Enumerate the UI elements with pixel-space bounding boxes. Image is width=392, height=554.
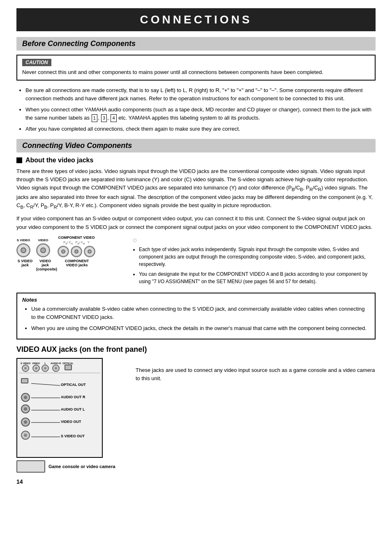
panel-optical-icon: OPTICAL bbox=[62, 362, 73, 372]
game-console-label: Game console or video camera bbox=[48, 464, 115, 469]
notes-label: Notes bbox=[22, 297, 370, 303]
jack-diagram-right: ☼︎ Each type of video jack works indepen… bbox=[131, 235, 376, 288]
front-panel-diagram: S VIDEO VIDEO L AUDIO R OPTICAL bbox=[16, 358, 127, 473]
svg-line-0 bbox=[31, 383, 60, 385]
audio-out-l-label: AUDIO OUT L bbox=[61, 407, 85, 411]
svideo-out-connector bbox=[21, 431, 30, 440]
panel-l-icon: L bbox=[42, 362, 49, 372]
bullet-item: After you have completed all connections… bbox=[25, 125, 376, 133]
subsection1-body2: If your video component has an S-video o… bbox=[16, 215, 376, 231]
bullet-item: Be sure all connections are made correct… bbox=[25, 86, 376, 103]
section2-title: Connecting Video Components bbox=[22, 141, 370, 150]
note-item-2: When you are using the COMPONENT VIDEO j… bbox=[31, 324, 370, 332]
front-panel-text: These jacks are used to connect any vide… bbox=[136, 358, 376, 473]
section1-bullets: Be sure all connections are made correct… bbox=[25, 86, 376, 134]
component-top-label: COMPONENT VIDEO bbox=[58, 235, 95, 240]
bullet-item: When you connect other YAMAHA audio comp… bbox=[25, 106, 376, 122]
subsection1-body1: There are three types of video jacks. Vi… bbox=[16, 167, 376, 210]
section1-header: Before Connecting Components bbox=[16, 37, 376, 51]
subsection2-heading: VIDEO AUX jacks (on the front panel) bbox=[16, 345, 376, 354]
video-jack-icon: VIDEO bbox=[36, 238, 50, 257]
jack-diagram-left: S VIDEO VIDEO COMPONENT VIDEO PB/ CN PB/… bbox=[16, 235, 123, 288]
square-icon bbox=[16, 157, 22, 163]
caution-text: Never connect this unit and other compon… bbox=[22, 68, 370, 76]
right-bullet-2: You can designate the input for the COMP… bbox=[139, 270, 376, 285]
component-jack-icon: COMPONENT VIDEO PB/ CN PB/ CB Y bbox=[58, 235, 95, 258]
comp-circle1 bbox=[58, 246, 69, 257]
video-circle bbox=[36, 243, 50, 257]
optical-out-label: OPTICAL OUT bbox=[61, 383, 86, 387]
caution-label: CAUTION bbox=[22, 59, 51, 66]
subsection2-body: These jacks are used to connect any vide… bbox=[136, 366, 376, 383]
audio-l-connector bbox=[21, 404, 30, 413]
right-bullets: Each type of video jack works independen… bbox=[139, 246, 376, 285]
page-number: 14 bbox=[16, 478, 376, 485]
component-bottom-label: COMPONENTVIDEO jacks bbox=[58, 259, 95, 267]
audio-r-connector bbox=[21, 393, 30, 402]
subsection1-heading: About the video jacks bbox=[16, 157, 376, 164]
video-bottom-label: VIDEO jack(composite) bbox=[36, 259, 54, 271]
component-icons-row bbox=[58, 246, 95, 257]
note-icon: ☼︎ bbox=[131, 235, 376, 244]
front-panel-area: S VIDEO VIDEO L AUDIO R OPTICAL bbox=[16, 358, 376, 473]
svideo-jack-icon: S VIDEO bbox=[16, 238, 30, 257]
page-title: CONNECTIONS bbox=[16, 8, 376, 31]
game-console-area: Game console or video camera bbox=[16, 460, 127, 473]
section1-title: Before Connecting Components bbox=[22, 39, 370, 48]
jack-icons-row: S VIDEO VIDEO COMPONENT VIDEO PB/ CN PB/… bbox=[16, 235, 123, 258]
right-bullet-1: Each type of video jack works independen… bbox=[139, 246, 376, 268]
note-item-1: Use a commercially available S-video cab… bbox=[31, 305, 370, 321]
comp-circle2 bbox=[71, 246, 82, 257]
panel-svideo-icon: S VIDEO bbox=[21, 362, 30, 372]
jack-diagram-area: S VIDEO VIDEO COMPONENT VIDEO PB/ CN PB/… bbox=[16, 235, 376, 288]
video-out-connector bbox=[21, 418, 30, 427]
video-out-label: VIDEO OUT bbox=[61, 420, 81, 424]
subsection2-title: VIDEO AUX jacks (on the front panel) bbox=[16, 345, 147, 354]
notes-bullets: Use a commercially available S-video cab… bbox=[31, 305, 370, 332]
subsection1-title: About the video jacks bbox=[25, 157, 93, 164]
panel-video-icon: VIDEO bbox=[32, 362, 40, 372]
audio-out-r-label: AUDIO OUT R bbox=[61, 395, 85, 399]
notes-box: Notes Use a commercially available S-vid… bbox=[16, 293, 376, 339]
optical-connector bbox=[21, 378, 28, 383]
section2-header: Connecting Video Components bbox=[16, 139, 376, 152]
svideo-out-label: S VIDEO OUT bbox=[61, 434, 85, 438]
svideo-bottom-label: S VIDEOjack bbox=[16, 259, 34, 267]
caution-box: CAUTION Never connect this unit and othe… bbox=[16, 55, 376, 81]
panel-audio-r-icon: AUDIO R bbox=[51, 362, 61, 372]
svideo-circle bbox=[16, 243, 30, 257]
comp-circle3 bbox=[84, 246, 95, 257]
